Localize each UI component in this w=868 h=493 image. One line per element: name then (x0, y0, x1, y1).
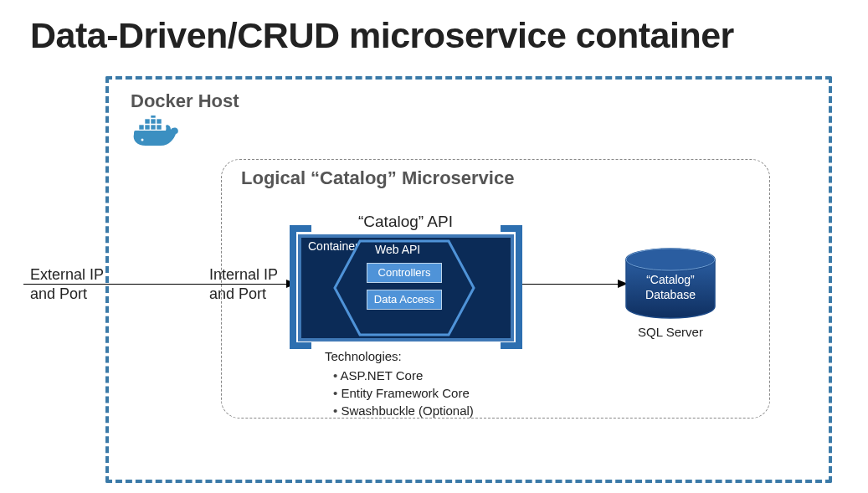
logical-microservice-label: Logical “Catalog” Microservice (241, 167, 514, 189)
external-ip-line1: External IP (30, 266, 104, 283)
data-access-box: Data Access (367, 290, 442, 310)
svg-rect-2 (145, 125, 150, 130)
svg-point-0 (141, 139, 144, 141)
internal-ip-line1: Internal IP (209, 266, 278, 283)
tech-item: Swashbuckle (Optional) (333, 402, 474, 419)
database-name-line2: Database (645, 288, 696, 301)
controllers-box: Controllers (367, 263, 442, 283)
tech-item: ASP.NET Core (333, 367, 474, 384)
svg-rect-5 (145, 119, 150, 124)
technologies-list: Technologies: ASP.NET Core Entity Framew… (325, 347, 474, 419)
arrow-external-to-container (23, 284, 288, 285)
svg-rect-8 (151, 116, 156, 118)
svg-rect-1 (139, 125, 144, 130)
database-caption: SQL Server (623, 325, 718, 339)
svg-rect-4 (157, 125, 162, 130)
bracket-right (516, 225, 522, 349)
arrow-container-to-db (522, 284, 619, 285)
docker-host-label: Docker Host (131, 90, 239, 112)
page-title: Data-Driven/CRUD microservice container (30, 15, 734, 56)
webapi-label: Web API (375, 243, 420, 256)
bracket-left (290, 342, 311, 349)
bracket-right (501, 342, 522, 349)
database-name: “Catalog” Database (623, 273, 718, 302)
bracket-left (290, 225, 296, 349)
docker-icon (132, 116, 179, 154)
internal-ip-line2: and Port (209, 285, 266, 302)
svg-rect-7 (157, 119, 162, 124)
tech-item: Entity Framework Core (333, 384, 474, 402)
catalog-api-label: “Catalog” API (358, 213, 453, 231)
svg-rect-3 (151, 125, 156, 130)
database-name-line1: “Catalog” (646, 273, 695, 286)
svg-rect-6 (151, 119, 156, 124)
technologies-heading: Technologies: (325, 347, 474, 365)
external-ip-line2: and Port (30, 285, 87, 302)
